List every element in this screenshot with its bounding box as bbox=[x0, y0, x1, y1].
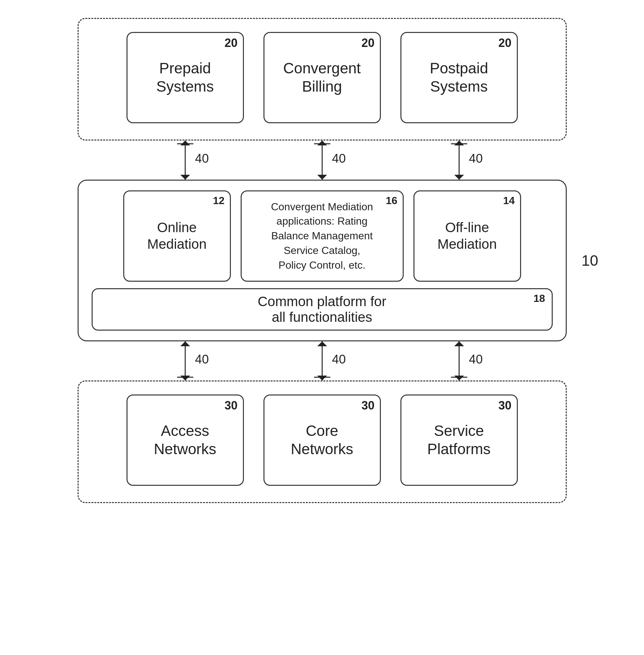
convergent-billing-label: ConvergentBilling bbox=[283, 59, 361, 95]
core-networks-number: 30 bbox=[361, 399, 374, 413]
svg-marker-12 bbox=[454, 175, 464, 180]
svg-text:40: 40 bbox=[332, 151, 346, 165]
prepaid-label: PrepaidSystems bbox=[156, 59, 213, 95]
online-mediation-number: 12 bbox=[213, 195, 225, 207]
top-arrow-1: 40 bbox=[127, 141, 244, 180]
svg-text:40: 40 bbox=[469, 352, 483, 366]
access-networks-label: AccessNetworks bbox=[154, 422, 216, 458]
common-platform-box: 18 Common platform forall functionalitie… bbox=[92, 288, 553, 331]
svg-text:40: 40 bbox=[195, 352, 209, 366]
convergent-mediation-box: 16 Convergent Mediationapplications: Rat… bbox=[240, 190, 404, 282]
system-10-label: 10 bbox=[581, 252, 598, 269]
top-dashed-region: 20 PrepaidSystems 20 ConvergentBilling 2… bbox=[77, 18, 567, 141]
svg-marker-3 bbox=[180, 141, 190, 145]
bottom-arrow-3: 40 bbox=[400, 341, 518, 380]
prepaid-systems-box: 20 PrepaidSystems bbox=[127, 32, 244, 123]
convergent-mediation-number: 16 bbox=[386, 195, 397, 207]
svg-marker-27 bbox=[454, 341, 464, 346]
service-platforms-box: 30 ServicePlatforms bbox=[400, 395, 518, 486]
core-networks-label: CoreNetworks bbox=[291, 422, 353, 458]
offline-mediation-label: Off-lineMediation bbox=[437, 219, 497, 252]
svg-marker-22 bbox=[317, 341, 327, 346]
diagram: 20 PrepaidSystems 20 ConvergentBilling 2… bbox=[45, 18, 599, 637]
postpaid-label: PostpaidSystems bbox=[430, 59, 488, 95]
bottom-dashed-region: 30 AccessNetworks 30 CoreNetworks 30 Ser… bbox=[77, 380, 567, 503]
middle-system-box: 10 12 OnlineMediation 16 Convergent Medi… bbox=[77, 180, 567, 341]
middle-inner-row: 12 OnlineMediation 16 Convergent Mediati… bbox=[92, 190, 553, 282]
svg-marker-18 bbox=[180, 376, 190, 380]
prepaid-number: 20 bbox=[224, 36, 237, 50]
access-networks-number: 30 bbox=[224, 399, 237, 413]
access-networks-box: 30 AccessNetworks bbox=[127, 395, 244, 486]
common-platform-label: Common platform forall functionalities bbox=[258, 294, 386, 325]
svg-marker-7 bbox=[317, 175, 327, 180]
common-platform-number: 18 bbox=[533, 293, 545, 305]
online-mediation-label: OnlineMediation bbox=[147, 219, 206, 252]
svg-text:40: 40 bbox=[469, 151, 483, 165]
convergent-mediation-label: Convergent Mediationapplications: Rating… bbox=[271, 200, 373, 273]
convergent-billing-number: 20 bbox=[361, 36, 374, 50]
core-networks-box: 30 CoreNetworks bbox=[263, 395, 381, 486]
offline-mediation-box: 14 Off-lineMediation bbox=[413, 190, 521, 282]
svg-marker-23 bbox=[317, 376, 327, 380]
svg-marker-17 bbox=[180, 341, 190, 346]
service-platforms-number: 30 bbox=[498, 399, 511, 413]
bottom-arrows-row: 40 40 40 bbox=[77, 341, 567, 380]
svg-marker-28 bbox=[454, 376, 464, 380]
top-arrow-3: 40 bbox=[400, 141, 518, 180]
svg-text:40: 40 bbox=[332, 352, 346, 366]
postpaid-number: 20 bbox=[498, 36, 511, 50]
svg-marker-2 bbox=[180, 175, 190, 180]
svg-text:40: 40 bbox=[195, 151, 209, 165]
svg-marker-13 bbox=[454, 141, 464, 145]
svg-marker-8 bbox=[317, 141, 327, 145]
postpaid-systems-box: 20 PostpaidSystems bbox=[400, 32, 518, 123]
convergent-billing-box: 20 ConvergentBilling bbox=[263, 32, 381, 123]
bottom-arrow-1: 40 bbox=[127, 341, 244, 380]
service-platforms-label: ServicePlatforms bbox=[427, 422, 490, 458]
online-mediation-box: 12 OnlineMediation bbox=[123, 190, 231, 282]
top-arrow-2: 40 bbox=[263, 141, 381, 180]
top-arrows-row: 40 40 40 bbox=[77, 141, 567, 180]
offline-mediation-number: 14 bbox=[503, 195, 515, 207]
bottom-arrow-2: 40 bbox=[263, 341, 381, 380]
